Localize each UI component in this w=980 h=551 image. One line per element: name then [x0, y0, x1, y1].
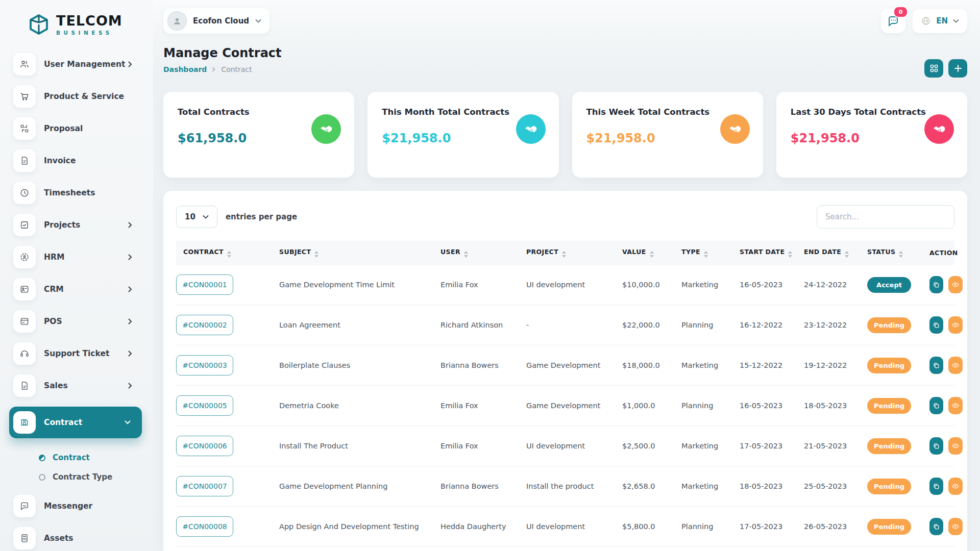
- chevron-down-icon: [203, 215, 209, 219]
- sidebar-item-contract[interactable]: Contract: [9, 407, 142, 438]
- grid-icon: [930, 64, 938, 72]
- copy-button[interactable]: [929, 397, 943, 414]
- column-header-status[interactable]: STATUS: [863, 241, 925, 265]
- sidebar-item-pos[interactable]: POS: [13, 310, 153, 333]
- status-badge: Pending: [867, 479, 911, 494]
- column-header-value[interactable]: VALUE: [618, 241, 677, 265]
- brand-logo: TELCOM BUSINESS: [0, 0, 153, 36]
- sidebar-item-projects[interactable]: Projects: [13, 214, 153, 236]
- copy-button[interactable]: [929, 316, 943, 334]
- column-header-start-date[interactable]: START DATE: [736, 241, 800, 265]
- entries-per-page-select[interactable]: 10: [176, 206, 217, 228]
- cell-end-date: 23-12-2022: [800, 305, 863, 345]
- copy-button[interactable]: [929, 437, 943, 455]
- sidebar-item-proposal[interactable]: Proposal: [13, 117, 153, 140]
- copy-button[interactable]: [929, 478, 943, 495]
- copy-button[interactable]: [929, 357, 943, 374]
- cell-user: Brianna Bowers: [436, 466, 522, 507]
- column-header-user[interactable]: USER: [436, 241, 522, 265]
- add-contract-button[interactable]: [948, 59, 967, 78]
- view-button[interactable]: [948, 397, 963, 414]
- page-title: Manage Contract: [163, 46, 282, 60]
- globe-icon: [921, 16, 931, 26]
- search-input[interactable]: [817, 205, 954, 229]
- status-badge: Pending: [867, 438, 911, 454]
- column-header-contract[interactable]: CONTRACT: [176, 241, 275, 265]
- contract-id-chip[interactable]: #CON00001: [176, 274, 233, 295]
- language-selector[interactable]: EN: [913, 9, 967, 33]
- view-button[interactable]: [948, 478, 963, 495]
- contract-id-chip[interactable]: #CON00008: [176, 516, 233, 537]
- sort-icon: [562, 251, 566, 258]
- cell-subject: Game Development Time Limit: [275, 265, 436, 305]
- eye-icon: [951, 442, 960, 450]
- cell-start-date: 16-12-2022: [736, 305, 800, 345]
- view-button[interactable]: [948, 316, 963, 334]
- cell-project: UI development: [522, 507, 618, 547]
- column-header-project[interactable]: PROJECT: [522, 241, 618, 265]
- eye-icon: [951, 522, 960, 531]
- messages-button[interactable]: 0: [881, 9, 905, 33]
- copy-icon: [933, 281, 940, 289]
- cell-type: Planning: [677, 305, 736, 345]
- status-badge: Pending: [867, 519, 911, 535]
- sidebar-subitem-contract[interactable]: Contract: [13, 448, 153, 467]
- sidebar-item-messenger[interactable]: Messenger: [13, 495, 153, 517]
- stat-card-title: Last 30 Days Total Contracts: [791, 107, 953, 117]
- sidebar-subitem-contract-type[interactable]: Contract Type: [13, 467, 153, 487]
- sidebar-item-assets[interactable]: Assets: [13, 527, 153, 549]
- sidebar-item-support-ticket[interactable]: Support Ticket: [13, 342, 153, 365]
- cell-subject: Install The Product: [275, 426, 436, 466]
- sort-icon: [464, 251, 468, 258]
- view-button[interactable]: [948, 437, 963, 455]
- column-header-type[interactable]: TYPE: [677, 241, 736, 265]
- cell-user: Emilia Fox: [436, 426, 522, 466]
- status-badge: Pending: [867, 398, 911, 414]
- column-header-end-date[interactable]: END DATE: [800, 241, 863, 265]
- cell-user: Emilia Fox: [436, 386, 522, 426]
- contract-id-chip[interactable]: #CON00003: [176, 355, 233, 375]
- grid-view-button[interactable]: [924, 59, 943, 78]
- sidebar-item-crm[interactable]: CRM: [13, 278, 153, 300]
- column-header-action: ACTION: [925, 241, 954, 265]
- copy-button[interactable]: [929, 518, 943, 535]
- stat-card-week: This Week Total Contracts $21,958.0: [572, 92, 763, 178]
- copy-button[interactable]: [929, 276, 943, 293]
- sidebar-item-product-service[interactable]: Product & Service: [13, 85, 153, 108]
- contract-id-chip[interactable]: #CON00006: [176, 436, 233, 456]
- cell-start-date: 16-05-2023: [736, 265, 800, 305]
- cell-value: $1,000.0: [618, 386, 677, 426]
- cell-value: $10,000.0: [618, 265, 677, 305]
- cell-project: Install the product: [522, 466, 618, 507]
- cell-project: -: [522, 305, 618, 345]
- tasks-icon: [13, 214, 36, 236]
- sidebar-nav: User Management Product & Service Propos…: [0, 53, 153, 551]
- view-button[interactable]: [948, 276, 963, 293]
- entries-per-page-label: entries per page: [226, 212, 297, 221]
- breadcrumb-dashboard-link[interactable]: Dashboard: [163, 65, 207, 73]
- chevron-right-icon: [128, 383, 133, 389]
- column-header-subject[interactable]: SUBJECT: [275, 241, 436, 265]
- sidebar-item-hrm[interactable]: HRM: [13, 246, 153, 268]
- workspace-selector[interactable]: Ecofon Cloud: [163, 8, 270, 34]
- contract-id-chip[interactable]: #CON00005: [176, 395, 233, 416]
- cell-project: UI development: [522, 426, 618, 466]
- view-button[interactable]: [948, 357, 963, 374]
- contract-id-chip[interactable]: #CON00002: [176, 315, 233, 335]
- sidebar-item-timesheets[interactable]: Timesheets: [13, 182, 153, 204]
- table-row: #CON00007 Game Development Planning Bria…: [176, 466, 954, 507]
- breadcrumb-current: Contract: [221, 65, 252, 73]
- cell-project: Game Development: [522, 386, 618, 426]
- cell-value: $2,500.0: [618, 426, 677, 466]
- table-row: #CON00003 Boilerplate Clauses Brianna Bo…: [176, 345, 954, 386]
- cell-start-date: 16-05-2023: [736, 386, 800, 426]
- cell-project: Game Development: [522, 345, 618, 386]
- chevron-right-icon: [128, 254, 133, 260]
- contract-id-chip[interactable]: #CON00007: [176, 476, 233, 496]
- view-button[interactable]: [948, 518, 963, 535]
- cell-value: $2,658.0: [618, 466, 677, 507]
- chevron-down-icon: [125, 420, 131, 425]
- sidebar-item-user-management[interactable]: User Management: [13, 53, 153, 76]
- sidebar-item-sales[interactable]: Sales: [13, 374, 153, 397]
- sidebar-item-invoice[interactable]: Invoice: [13, 149, 153, 172]
